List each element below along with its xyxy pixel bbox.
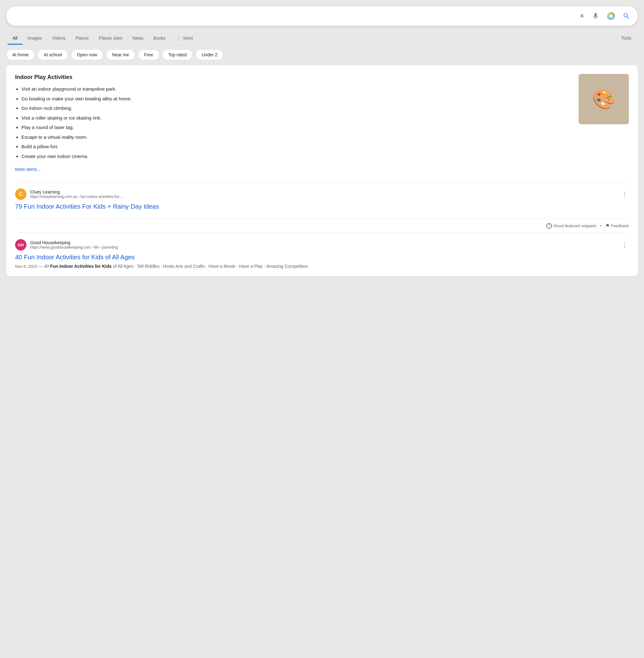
tab-news[interactable]: News xyxy=(128,32,148,44)
filter-chips: At home At school Open now Near me Free … xyxy=(6,49,638,60)
about-snippets-label: About featured snippets xyxy=(553,223,596,228)
result-item-cluey: C Cluey Learning https://clueylearning.c… xyxy=(15,182,629,219)
feedback-button[interactable]: ⚑ Feedback xyxy=(605,223,629,229)
search-bar: fun indoor activities for kids ✕ xyxy=(6,6,638,26)
snippet-item-5: Play a round of laser tag. xyxy=(21,124,571,131)
art-craft-image xyxy=(579,74,629,124)
cluey-favicon: C xyxy=(15,189,26,200)
cluey-header: C Cluey Learning https://clueylearning.c… xyxy=(15,189,629,200)
tab-tools[interactable]: Tools xyxy=(616,32,637,44)
chip-free[interactable]: Free xyxy=(138,49,159,60)
snippet-item-8: Create your own indoor cinema. xyxy=(21,153,571,160)
snippet-item-2: Go bowling or make your own bowling alle… xyxy=(21,95,571,103)
cluey-site-info: Cluey Learning https://clueylearning.com… xyxy=(30,190,616,199)
tab-all[interactable]: All xyxy=(7,32,23,44)
chip-under-2[interactable]: Under 2 xyxy=(196,49,223,60)
snippet-title: Indoor Play Activities xyxy=(15,74,571,81)
gh-snippet: Nov 8, 2023 — 40 Fun Indoor Activities f… xyxy=(15,263,629,270)
mic-icon xyxy=(592,12,599,20)
gh-site-info: Good Housekeeping https://www.goodhousek… xyxy=(30,240,616,249)
snippet-footer: ? About featured snippets • ⚑ Feedback xyxy=(15,219,629,233)
snippet-item-7: Build a pillow fort. xyxy=(21,143,571,150)
gh-favicon: GH xyxy=(15,239,26,250)
gh-site-name: Good Housekeeping xyxy=(30,240,616,245)
chip-open-now[interactable]: Open now xyxy=(71,49,103,60)
lens-button[interactable] xyxy=(606,11,616,21)
tab-places[interactable]: Places xyxy=(70,32,94,44)
tab-images[interactable]: Images xyxy=(23,32,47,44)
dot-separator: • xyxy=(600,223,601,228)
tab-more[interactable]: ⋮ More xyxy=(171,31,199,45)
dots-icon: ⋮ xyxy=(176,35,181,42)
snippet-image xyxy=(579,74,629,124)
tab-books[interactable]: Books xyxy=(148,32,171,44)
close-icon: ✕ xyxy=(579,13,584,20)
snippet-item-4: Visit a roller skating or ice skating ri… xyxy=(21,114,571,122)
snippet-content: Indoor Play Activities Visit an indoor p… xyxy=(15,74,571,174)
chip-at-home[interactable]: At home xyxy=(6,49,34,60)
gh-header: GH Good Housekeeping https://www.goodhou… xyxy=(15,239,629,250)
tab-places-sites[interactable]: Places sites xyxy=(94,32,128,44)
cluey-result-title[interactable]: 79 Fun Indoor Activities For Kids + Rain… xyxy=(15,202,629,211)
snippet-list: Visit an indoor playground or trampoline… xyxy=(15,86,571,160)
chip-at-school[interactable]: At school xyxy=(38,49,68,60)
featured-snippet: Indoor Play Activities Visit an indoor p… xyxy=(15,74,629,182)
cluey-menu-button[interactable]: ⋮ xyxy=(620,189,629,199)
gh-snippet-text: — 40 Fun Indoor Activities for Kids of A… xyxy=(38,264,308,269)
search-button[interactable] xyxy=(621,11,631,21)
gh-date: Nov 8, 2023 xyxy=(15,264,37,269)
more-items-link[interactable]: More items... xyxy=(15,167,41,172)
snippet-item-3: Go indoor rock climbing. xyxy=(21,105,571,112)
lens-icon xyxy=(607,12,615,20)
more-label: More xyxy=(183,36,193,41)
feedback-icon: ⚑ xyxy=(605,223,610,229)
tabs-nav: All Images Videos Places Places sites Ne… xyxy=(6,31,638,46)
gh-url: https://www.goodhousekeeping.com › life … xyxy=(30,245,616,249)
snippet-item-6: Escape to a virtual reality room. xyxy=(21,134,571,141)
snippet-item-1: Visit an indoor playground or trampoline… xyxy=(21,86,571,93)
about-snippets[interactable]: ? About featured snippets xyxy=(546,223,596,229)
clear-button[interactable]: ✕ xyxy=(578,11,585,21)
search-icons: ✕ xyxy=(578,11,631,21)
question-icon: ? xyxy=(546,223,552,229)
feedback-label: Feedback xyxy=(611,223,629,228)
svg-point-1 xyxy=(609,14,613,18)
chip-top-rated[interactable]: Top rated xyxy=(162,49,192,60)
search-input[interactable]: fun indoor activities for kids xyxy=(13,13,578,20)
search-icon xyxy=(623,12,630,20)
gh-menu-button[interactable]: ⋮ xyxy=(620,240,629,250)
chip-near-me[interactable]: Near me xyxy=(106,49,135,60)
results-card: Indoor Play Activities Visit an indoor p… xyxy=(6,65,638,276)
tab-videos[interactable]: Videos xyxy=(47,32,70,44)
cluey-site-name: Cluey Learning xyxy=(30,190,616,195)
voice-search-button[interactable] xyxy=(591,11,601,21)
cluey-url: https://clueylearning.com.au › fun-indoo… xyxy=(30,195,616,199)
gh-result-title[interactable]: 40 Fun Indoor Activities for Kids of All… xyxy=(15,253,629,261)
result-item-gh: GH Good Housekeeping https://www.goodhou… xyxy=(15,233,629,276)
